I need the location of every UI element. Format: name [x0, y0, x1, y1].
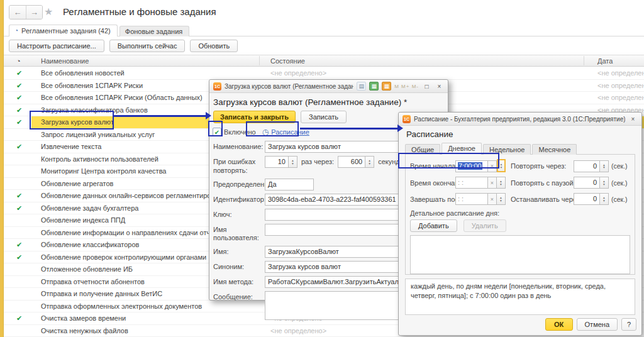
repeat-pause-input[interactable]: 0 [574, 177, 600, 189]
schedule-heading: Расписание [406, 130, 634, 139]
1c-logo-icon: 1С [402, 115, 411, 123]
refresh-button[interactable]: Обновить [190, 40, 238, 52]
1c-logo-icon: 1С [213, 82, 221, 91]
add-button[interactable]: Добавить [410, 219, 457, 232]
repeat-pause-label: Повторять с паузой: [511, 179, 574, 187]
start-time-input[interactable]: 7:00:00 [455, 160, 488, 172]
task-dialog-titlebar[interactable]: 1С Загрузка курсов валют (Регламентное з… [209, 80, 448, 93]
task-name: Обновление агрегатов [41, 180, 113, 187]
toolbar: Настроить расписание... Выполнить сейчас… [9, 40, 238, 52]
enabled-checkbox[interactable]: ✔ [213, 128, 221, 136]
main-tabs: ◔ Регламентные задания (42) Фоновые зада… [9, 25, 191, 36]
table-header: ◔ Наименование Состояние Дата окончания [4, 55, 644, 67]
predefined-value: Да [265, 179, 314, 191]
repeat-every-spinner[interactable]: ▴▾ [600, 160, 609, 172]
task-name: Отложенное обновление ИБ [41, 265, 133, 273]
schedule-dialog-titlebar[interactable]: 1С Расписание - Бухгалтерия предприятия,… [399, 113, 641, 126]
column-header-name[interactable]: Наименование [41, 57, 89, 65]
close-icon[interactable]: × [435, 83, 444, 90]
finish-after-spinner[interactable]: ▴▾ [497, 193, 506, 205]
task-end-date: <не определено> [597, 94, 644, 101]
forward-button[interactable]: → [26, 6, 42, 19]
repeat-pause-spinner[interactable]: ▴▾ [600, 177, 609, 189]
task-name: Обновление информации о направлениях сда… [41, 229, 235, 236]
retry-label: При ошибках повторять: [213, 156, 265, 175]
tab-monthly[interactable]: Месячное [532, 144, 577, 155]
task-name: Контроль активности пользователей [41, 155, 158, 163]
tab-label: Регламентные задания (42) [21, 27, 111, 35]
help-button[interactable]: ? [621, 318, 636, 331]
close-icon[interactable]: × [628, 116, 638, 123]
task-dialog-heading: Загрузка курсов валют (Регламентное зада… [213, 97, 444, 107]
end-time-label: Время окончания: [410, 179, 455, 187]
start-time-spinner[interactable]: ▴▾ [497, 159, 506, 172]
table-row[interactable]: ✔Все обновления новостей<не определено><… [4, 67, 644, 80]
synonym-label: Синоним: [213, 261, 265, 272]
stop-after-spinner[interactable]: ▴▾ [600, 193, 609, 205]
repeat-every-label: Повторять через: [511, 162, 574, 170]
task-name: Обновление проверок контролирующими орга… [41, 253, 206, 261]
nav-buttons: ← → [9, 5, 43, 19]
tab-daily[interactable]: Дневное [441, 143, 482, 155]
task-name: Запрос лицензий уникальных услуг [41, 131, 155, 138]
run-now-button[interactable]: Выполнить сейчас [109, 40, 186, 52]
task-name: Обновление классификаторов [41, 241, 139, 248]
day-schedule-listbox[interactable] [410, 235, 630, 274]
cancel-button[interactable]: Отмена [577, 318, 618, 331]
repeat-every-input[interactable]: 0 [574, 160, 600, 172]
task-name: Обновление индекса ППД [41, 216, 125, 224]
maximize-button[interactable]: □ [422, 83, 431, 90]
back-button[interactable]: ← [9, 6, 26, 19]
seconds-unit: (сек.) [611, 162, 628, 170]
save-button[interactable]: Записать [301, 111, 347, 123]
task-name: Все обновления 1СПАРК Риски (Область дан… [41, 94, 203, 101]
retry-count-input[interactable]: 10 [265, 156, 289, 168]
clear-icon[interactable]: × [488, 193, 497, 205]
task-name: Мониторинг Центра контроля качества [41, 167, 166, 175]
save-close-button[interactable]: Записать и закрыть [213, 111, 296, 123]
document-icon[interactable]: ▤ [357, 82, 366, 91]
task-enabled-check-icon: ✔ [16, 204, 22, 213]
clear-icon[interactable]: × [488, 177, 497, 189]
tab-scheduled-tasks[interactable]: ◔ Регламентные задания (42) [9, 25, 118, 36]
task-enabled-check-icon: ✔ [16, 314, 22, 323]
memory-buttons[interactable]: М М+ М- [394, 84, 419, 89]
task-name: Загрузка классификатора банков [41, 106, 148, 114]
task-state: <не определено> [270, 327, 326, 334]
tab-label: Фоновые задания [125, 28, 182, 35]
name-label: Наименование: [213, 141, 265, 152]
calendar-icon[interactable]: ▦ [382, 82, 391, 91]
tab-weekly[interactable]: Недельное [483, 144, 531, 155]
method-label: Имя метода: [213, 276, 265, 287]
ok-button[interactable]: ОК [545, 318, 573, 331]
end-time-spinner[interactable]: ▴▾ [497, 177, 506, 189]
finish-after-input[interactable]: : : [455, 193, 488, 205]
identifier-label: Идентификатор: [213, 194, 265, 204]
retry-mid-label: раз через: [297, 156, 338, 165]
tab-background-tasks[interactable]: Фоновые задания [119, 26, 189, 36]
page-title: Регламентные и фоновые задания [63, 6, 216, 17]
schedule-summary: каждый день, по дням недели [понедельник… [405, 279, 635, 315]
retry-interval-input[interactable]: 600 [338, 156, 365, 168]
clear-icon[interactable]: × [488, 160, 497, 172]
schedule-link[interactable]: Расписание [271, 128, 309, 136]
retry-interval-spinner[interactable]: ▴▾ [365, 156, 374, 168]
username-label: Имя пользователя: [213, 224, 265, 243]
retry-count-spinner[interactable]: ▴▾ [289, 156, 297, 168]
favorite-star-icon[interactable]: ★ [44, 6, 53, 18]
schedule-dialog-title: Расписание - Бухгалтерия предприятия, ре… [414, 116, 625, 123]
sysname-label: Имя: [213, 246, 265, 257]
key-label: Ключ: [213, 209, 265, 219]
column-header-state[interactable]: Состояние [270, 57, 305, 65]
task-end-date: <не определено> [597, 69, 644, 77]
configure-schedule-button[interactable]: Настроить расписание... [9, 40, 104, 52]
delete-button[interactable]: Удалить [464, 219, 506, 232]
end-time-input[interactable]: : : [455, 177, 488, 189]
task-enabled-check-icon: ✔ [16, 192, 22, 200]
task-dialog-title: Загрузка курсов валют (Регламентное зада… [225, 83, 353, 90]
task-name: Очистка замеров времени [41, 314, 126, 322]
detail-schedule-label: Детальное расписание дня: [410, 209, 630, 217]
calculator-icon[interactable]: ▦ [369, 82, 379, 91]
stop-after-input[interactable]: 0 [574, 193, 600, 205]
tab-general[interactable]: Общие [405, 144, 440, 155]
